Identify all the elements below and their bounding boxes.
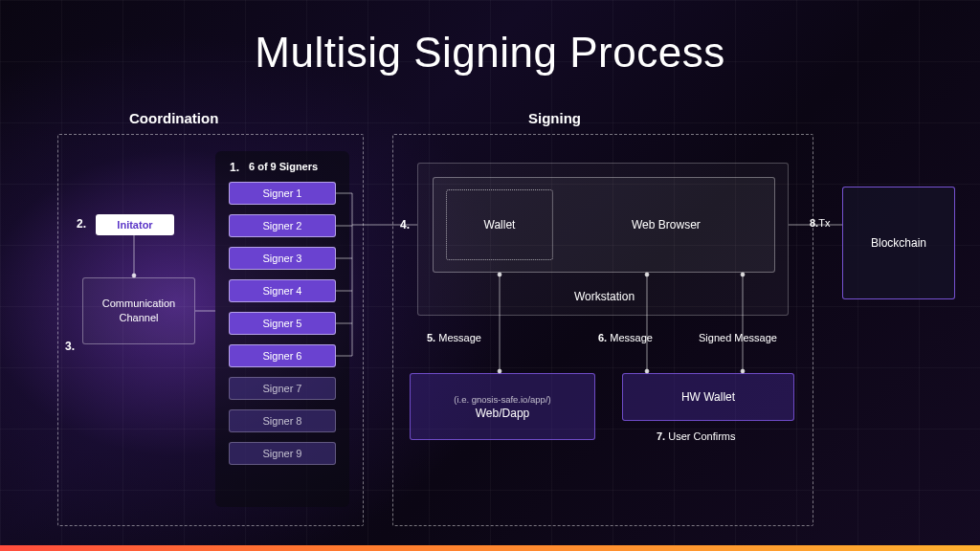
step-7-label: 7. User Confirms xyxy=(657,430,736,442)
step-1-number: 1. xyxy=(230,161,239,174)
signer-3: Signer 3 xyxy=(229,247,336,270)
signer-7: Signer 7 xyxy=(229,377,336,400)
initiator-label: Initator xyxy=(117,219,152,231)
step-2-number: 2. xyxy=(77,217,86,231)
signer-5: Signer 5 xyxy=(229,312,336,335)
communication-channel-box: Communication Channel xyxy=(82,277,195,344)
step-6-label: 6. Message xyxy=(598,332,653,343)
step-8-label: 8.Tx xyxy=(810,217,830,229)
workstation-label: Workstation xyxy=(574,290,635,303)
webdapp-sublabel: (i.e. gnosis-safe.io/app/) xyxy=(454,394,550,405)
section-label-coordination: Coordination xyxy=(129,110,218,126)
signer-6: Signer 6 xyxy=(229,344,336,367)
communication-channel-label: Communication Channel xyxy=(87,297,190,325)
step-5-label: 5. Message xyxy=(427,332,481,343)
step-3-number: 3. xyxy=(65,340,75,353)
step-4-number: 4. xyxy=(400,218,410,231)
webdapp-box: (i.e. gnosis-safe.io/app/) Web/Dapp xyxy=(410,373,595,440)
signer-1: Signer 1 xyxy=(229,182,336,205)
hw-wallet-box: HW Wallet xyxy=(622,373,794,421)
accent-bar xyxy=(0,545,980,551)
signed-message-label: Signed Message xyxy=(699,332,777,343)
signer-8: Signer 8 xyxy=(229,409,336,432)
signer-2: Signer 2 xyxy=(229,214,336,237)
hw-wallet-label: HW Wallet xyxy=(681,390,735,404)
signers-header: 6 of 9 Signers xyxy=(249,161,318,172)
wallet-label: Wallet xyxy=(484,218,516,231)
blockchain-label: Blockchain xyxy=(871,236,926,250)
initiator-badge: Initator xyxy=(96,214,174,235)
signer-9: Signer 9 xyxy=(229,442,336,465)
webdapp-label: Web/Dapp xyxy=(476,407,529,420)
wallet-box: Wallet xyxy=(446,189,553,260)
web-browser-label: Web Browser xyxy=(632,218,701,231)
section-label-signing: Signing xyxy=(528,110,581,126)
blockchain-box: Blockchain xyxy=(842,187,955,299)
signer-4: Signer 4 xyxy=(229,279,336,302)
